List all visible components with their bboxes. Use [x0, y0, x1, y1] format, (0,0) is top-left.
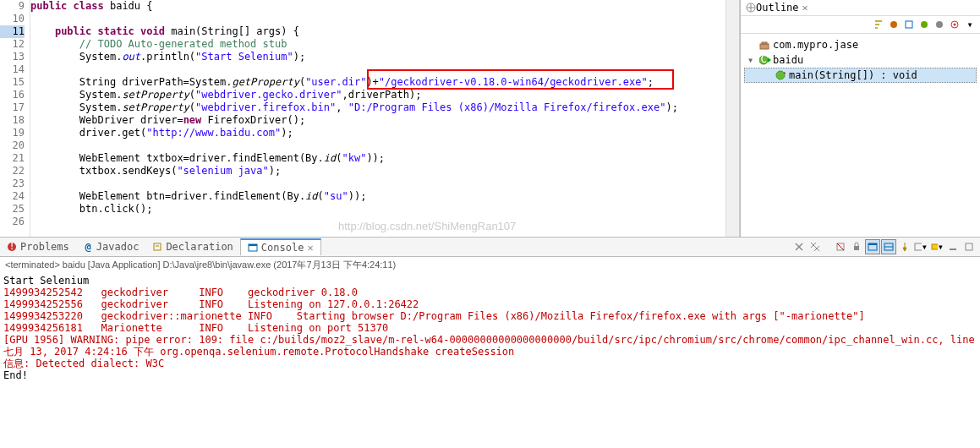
outline-item[interactable]: Smain(String[]) : void: [744, 68, 977, 83]
outline-item-label: com.mypro.jase: [773, 39, 858, 51]
code-line[interactable]: btn.click();: [30, 203, 725, 216]
tab-label: Declaration: [166, 241, 233, 253]
hide-static-icon[interactable]: [902, 18, 916, 31]
svg-text:@: @: [85, 242, 90, 252]
code-line[interactable]: txtbox.sendKeys("selenium java");: [30, 165, 725, 178]
pin-console-icon[interactable]: [897, 239, 912, 254]
line-number: 25: [0, 203, 25, 216]
open-console-icon[interactable]: ▾: [929, 239, 944, 254]
scroll-lock-icon[interactable]: [849, 239, 864, 254]
svg-rect-38: [966, 243, 972, 250]
maximize-icon[interactable]: [961, 239, 977, 254]
code-line[interactable]: WebElement txtbox=driver.findElement(By.…: [30, 152, 725, 165]
svg-point-6: [936, 21, 943, 28]
svg-text:S: S: [783, 70, 786, 76]
svg-point-3: [890, 21, 897, 28]
outline-item[interactable]: com.mypro.jase: [744, 37, 977, 52]
svg-rect-9: [760, 44, 769, 49]
outline-item[interactable]: ▾Cbaidu: [744, 52, 977, 68]
hide-nonpublic-icon[interactable]: [917, 18, 931, 31]
console-line: 1499934252556 geckodriver INFO Listening…: [3, 298, 977, 310]
code-line[interactable]: String driverPath=System.getProperty("us…: [30, 76, 725, 89]
tab-problems[interactable]: !Problems: [0, 238, 76, 255]
console-toolbar: ▾ ▾: [791, 239, 980, 254]
line-number: 22: [0, 165, 25, 178]
editor-scrollbar[interactable]: [725, 0, 739, 237]
code-line[interactable]: driver.get("http://www.baidu.com");: [30, 127, 725, 139]
method-icon: S: [775, 70, 786, 80]
code-line[interactable]: // TODO Auto-generated method stub: [30, 38, 725, 51]
line-number: 24: [0, 190, 25, 203]
svg-marker-13: [768, 57, 771, 63]
close-icon[interactable]: ✕: [307, 242, 313, 254]
code-line[interactable]: System.out.println("Start Selenium");: [30, 51, 725, 63]
outline-panel: Outline ✕ ▾ com.mypro.jase▾CbaiduSmain(S…: [740, 0, 980, 237]
console-line: End!: [3, 369, 977, 381]
tab-declaration[interactable]: Declaration: [145, 238, 239, 255]
collapse-icon[interactable]: ▾: [747, 54, 756, 66]
javadoc-icon: @: [83, 242, 93, 252]
line-number: 26: [0, 216, 25, 228]
clear-console-icon[interactable]: [833, 239, 848, 254]
sort-icon[interactable]: [872, 18, 885, 31]
console-line: Start Selenium: [3, 275, 977, 287]
show-standard-out-icon[interactable]: [881, 239, 896, 254]
line-number: 15: [0, 76, 25, 89]
code-area[interactable]: public class baidu { public static void …: [30, 0, 725, 237]
line-number: 23: [0, 178, 25, 190]
code-line[interactable]: public class baidu {: [30, 0, 725, 13]
code-line[interactable]: System.setProperty("webdriver.firefox.bi…: [30, 101, 725, 114]
outline-tree[interactable]: com.mypro.jase▾CbaiduSmain(String[]) : v…: [741, 34, 980, 86]
code-line[interactable]: [30, 139, 725, 152]
svg-rect-22: [249, 244, 257, 246]
code-line[interactable]: [30, 63, 725, 76]
outline-toolbar: ▾: [741, 16, 980, 34]
svg-rect-35: [915, 243, 922, 250]
code-line[interactable]: [30, 216, 725, 228]
svg-rect-4: [906, 21, 912, 28]
terminated-label: <terminated> baidu [Java Application] D:…: [0, 257, 980, 273]
tab-label: Problems: [20, 241, 69, 253]
bottom-tabs: !Problems@JavadocDeclarationConsole ✕ ▾ …: [0, 237, 980, 257]
line-number: 18: [0, 114, 25, 127]
line-number: 13: [0, 51, 25, 63]
outline-item-label: baidu: [773, 54, 803, 66]
svg-rect-37: [950, 249, 956, 250]
show-console-icon[interactable]: [865, 239, 880, 254]
code-line[interactable]: System.setProperty("webdriver.gecko.driv…: [30, 89, 725, 101]
code-line[interactable]: WebDriver driver=new FirefoxDriver();: [30, 114, 725, 127]
display-menu-icon[interactable]: ▾: [913, 239, 928, 254]
problems-icon: !: [7, 242, 17, 252]
remove-launch-icon[interactable]: [791, 239, 807, 254]
focus-icon[interactable]: [948, 18, 961, 31]
code-line[interactable]: [30, 178, 725, 190]
svg-text:!: !: [8, 242, 14, 252]
hide-fields-icon[interactable]: [887, 18, 901, 31]
console-line: 1499934252542 geckodriver INFO geckodriv…: [3, 287, 977, 298]
view-menu-icon[interactable]: ▾: [963, 18, 977, 31]
svg-point-8: [954, 24, 956, 26]
code-line[interactable]: WebElement btn=driver.findElement(By.id(…: [30, 190, 725, 203]
console-output[interactable]: Start Selenium1499934252542 geckodriver …: [0, 273, 980, 383]
minimize-icon[interactable]: [945, 239, 961, 254]
remove-all-icon[interactable]: [808, 239, 823, 254]
tab-label: Javadoc: [96, 241, 140, 253]
package-icon: [759, 40, 769, 50]
tab-javadoc[interactable]: @Javadoc: [76, 238, 146, 255]
svg-point-5: [921, 21, 928, 28]
tab-label: Console: [261, 242, 304, 254]
console-line: 信息: Detected dialect: W3C: [3, 358, 977, 369]
hide-local-icon[interactable]: [933, 18, 946, 31]
code-line[interactable]: public static void main(String[] args) {: [30, 25, 725, 38]
code-editor[interactable]: 91011121314151617181920212223242526 publ…: [0, 0, 740, 237]
tab-console[interactable]: Console ✕: [240, 238, 321, 255]
line-number: 14: [0, 63, 25, 76]
close-icon[interactable]: ✕: [802, 2, 808, 14]
line-number: 20: [0, 139, 25, 152]
code-line[interactable]: [30, 13, 725, 25]
outline-icon: [746, 3, 756, 13]
line-number: 17: [0, 101, 25, 114]
line-number: 11: [0, 25, 25, 38]
line-gutter: 91011121314151617181920212223242526: [0, 0, 30, 237]
line-number: 16: [0, 89, 25, 101]
